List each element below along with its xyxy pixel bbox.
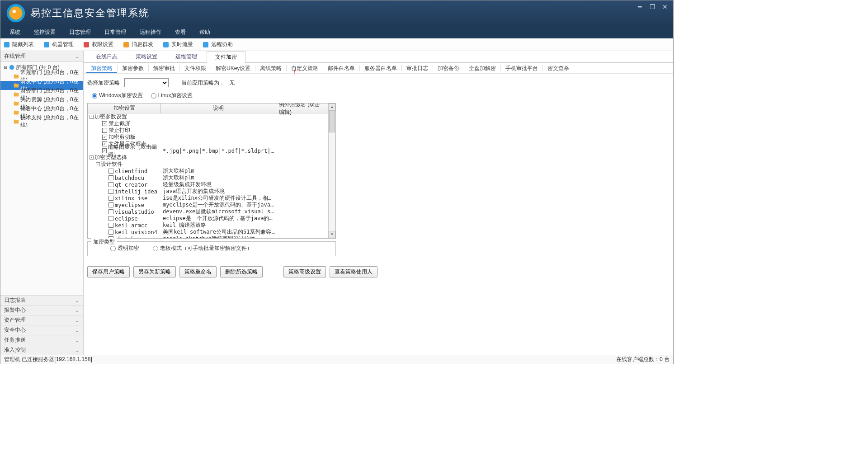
subtab-13[interactable]: 密文查杀 bbox=[543, 63, 574, 73]
rename-policy-button[interactable]: 策略重命名 bbox=[179, 266, 217, 277]
table-row: 禁止打印 bbox=[88, 127, 328, 134]
checkbox[interactable] bbox=[108, 223, 113, 228]
sidebar-category[interactable]: 安全中心⌄ bbox=[0, 325, 83, 335]
sidebar-section-label: 在线管理 bbox=[4, 52, 26, 60]
menu-view[interactable]: 查看 bbox=[175, 28, 186, 36]
department-icon bbox=[13, 109, 19, 116]
checkbox[interactable] bbox=[108, 230, 113, 235]
svg-rect-6 bbox=[123, 42, 129, 47]
subtab-1[interactable]: 加密参数 bbox=[118, 63, 148, 73]
svg-point-9 bbox=[9, 65, 14, 70]
tab-0[interactable]: 在线日志 bbox=[87, 51, 126, 62]
tab-3[interactable]: 文件加密 bbox=[207, 51, 245, 63]
chevron-down-icon: ⌄ bbox=[75, 317, 80, 324]
tree-collapse-icon[interactable]: - bbox=[90, 155, 94, 160]
toolbar-permission-set[interactable]: 权限设置 bbox=[83, 41, 113, 48]
sidebar: 在线管理 ⌄ ⊟ 所有部门 (共 0 台) 常规部门 (总共0台，0在线)研发中… bbox=[0, 51, 84, 355]
collapse-icon[interactable]: ⊟ bbox=[3, 64, 8, 70]
table-row: 禁止截屏 bbox=[88, 120, 328, 127]
menubar: 系统 监控设置 日志管理 日常管理 远程操作 查看 帮助 bbox=[0, 26, 673, 38]
menu-monitor[interactable]: 监控设置 bbox=[34, 28, 56, 36]
tab-2[interactable]: 运维管理 bbox=[167, 51, 206, 62]
statusbar: 管理机 已连接服务器[192.168.1.158] 在线客户端总数：0 台 bbox=[0, 355, 673, 364]
table-row: xilinx iseise是xilinx公司研发的硬件设计工具，相对容易使用 .… bbox=[88, 195, 328, 202]
subtab-0[interactable]: 加密策略 bbox=[86, 63, 117, 73]
toolbar-realtime-traffic[interactable]: 实时流量 bbox=[162, 41, 193, 48]
menu-help[interactable]: 帮助 bbox=[199, 28, 210, 36]
department-icon bbox=[13, 118, 19, 125]
scroll-up-icon[interactable]: ▲ bbox=[329, 103, 335, 111]
scroll-thumb[interactable] bbox=[329, 111, 335, 132]
checkbox[interactable] bbox=[102, 121, 107, 126]
sidebar-category[interactable]: 准入控制⌄ bbox=[0, 345, 83, 355]
sidebar-category[interactable]: 报警中心⌄ bbox=[0, 305, 83, 315]
menu-daily[interactable]: 日常管理 bbox=[104, 28, 126, 36]
svg-rect-19 bbox=[14, 111, 16, 112]
toolbar-broadcast-msg[interactable]: 消息群发 bbox=[123, 41, 153, 48]
toolbar: 隐藏列表机器管理权限设置消息群发实时流量远程协助 bbox=[0, 38, 673, 51]
table-row: 缩略图显示（双击编辑）*.jpg|*.png|*.bmp|*.pdf|*.sld… bbox=[88, 147, 328, 154]
checkbox[interactable] bbox=[108, 189, 113, 194]
table-scrollbar[interactable]: ▲ ▼ bbox=[328, 103, 335, 238]
save-as-policy-button[interactable]: 另存为新策略 bbox=[133, 266, 176, 277]
subtab-5[interactable]: 离线策略 bbox=[255, 63, 286, 73]
subtab-9[interactable]: 审批日志 bbox=[402, 63, 433, 73]
subtab-6[interactable]: 自定义策略 bbox=[287, 63, 323, 73]
policy-select-label: 选择加密策略 bbox=[87, 79, 120, 87]
toolbar-remote-assist[interactable]: 远程协助 bbox=[202, 41, 233, 48]
checkbox[interactable] bbox=[108, 216, 113, 221]
subtab-11[interactable]: 全盘加解密 bbox=[464, 63, 500, 73]
subtab-7[interactable]: 邮件白名单 bbox=[323, 63, 359, 73]
tree-collapse-icon[interactable]: - bbox=[90, 115, 94, 119]
subtab-2[interactable]: 解密审批 bbox=[149, 63, 179, 73]
toolbar-machine-manage[interactable]: 机器管理 bbox=[43, 41, 74, 48]
checkbox[interactable] bbox=[102, 128, 107, 133]
table-row: -加密参数设置 bbox=[88, 113, 328, 120]
subtab-12[interactable]: 手机审批平台 bbox=[501, 63, 542, 73]
sidebar-category[interactable]: 日志报表⌄ bbox=[0, 295, 83, 305]
checkbox[interactable] bbox=[108, 169, 113, 174]
table-row: 加密剪切板 bbox=[88, 134, 328, 141]
remote-assist-icon bbox=[202, 41, 209, 48]
maximize-button[interactable]: ❐ bbox=[646, 2, 659, 11]
hide-list-icon bbox=[3, 41, 10, 48]
checkbox[interactable] bbox=[102, 135, 107, 140]
content-area: 选择加密策略 当前应用策略为： 无 Windows加密设置 Linux加密设置 … bbox=[84, 74, 673, 355]
tab-1[interactable]: 策略设置 bbox=[127, 51, 166, 62]
sidebar-category[interactable]: 资产管理⌄ bbox=[0, 315, 83, 325]
radio-boss[interactable]: 老板模式（可手动批量加密解密文件） bbox=[153, 244, 252, 252]
policy-select[interactable] bbox=[124, 78, 169, 87]
checkbox[interactable] bbox=[108, 175, 113, 180]
subtab-8[interactable]: 服务器白名单 bbox=[360, 63, 401, 73]
radio-linux[interactable]: Linux加密设置 bbox=[151, 92, 193, 99]
subtab-10[interactable]: 加密备份 bbox=[433, 63, 464, 73]
save-policy-button[interactable]: 保存用户策略 bbox=[87, 266, 130, 277]
machine-manage-icon bbox=[43, 41, 50, 48]
checkbox[interactable] bbox=[108, 182, 113, 187]
department-icon bbox=[13, 82, 19, 89]
radio-windows[interactable]: Windows加密设置 bbox=[92, 92, 143, 99]
checkbox[interactable] bbox=[102, 148, 107, 153]
table-row: visualstudiodevenv.exe是微软microsoft visua… bbox=[88, 208, 328, 215]
close-button[interactable]: ✕ bbox=[659, 2, 671, 11]
scroll-down-icon[interactable]: ▼ bbox=[329, 231, 335, 238]
menu-logmgr[interactable]: 日志管理 bbox=[69, 28, 91, 36]
th-desc: 说明 bbox=[161, 103, 276, 113]
checkbox[interactable] bbox=[108, 209, 113, 214]
subtab-4[interactable]: 解密UKey设置 bbox=[211, 63, 255, 73]
menu-system[interactable]: 系统 bbox=[9, 28, 20, 36]
tree-collapse-icon[interactable]: - bbox=[96, 162, 100, 166]
subtab-3[interactable]: 文件权限 bbox=[180, 63, 211, 73]
delete-policy-button[interactable]: 删除所选策略 bbox=[220, 266, 263, 277]
checkbox[interactable] bbox=[108, 196, 113, 201]
tree-node[interactable]: 技术支持 (总共0台，0在线) bbox=[0, 117, 83, 126]
sidebar-section-online[interactable]: 在线管理 ⌄ bbox=[0, 51, 83, 62]
menu-remote[interactable]: 远程操作 bbox=[140, 28, 161, 36]
advanced-policy-button[interactable]: 策略高级设置 bbox=[283, 266, 326, 277]
toolbar-hide-list[interactable]: 隐藏列表 bbox=[3, 41, 34, 48]
sidebar-category[interactable]: 任务推送⌄ bbox=[0, 335, 83, 345]
svg-rect-11 bbox=[14, 75, 16, 76]
view-users-button[interactable]: 查看策略使用人 bbox=[330, 266, 377, 277]
checkbox[interactable] bbox=[108, 202, 113, 207]
minimize-button[interactable]: ━ bbox=[633, 2, 646, 11]
